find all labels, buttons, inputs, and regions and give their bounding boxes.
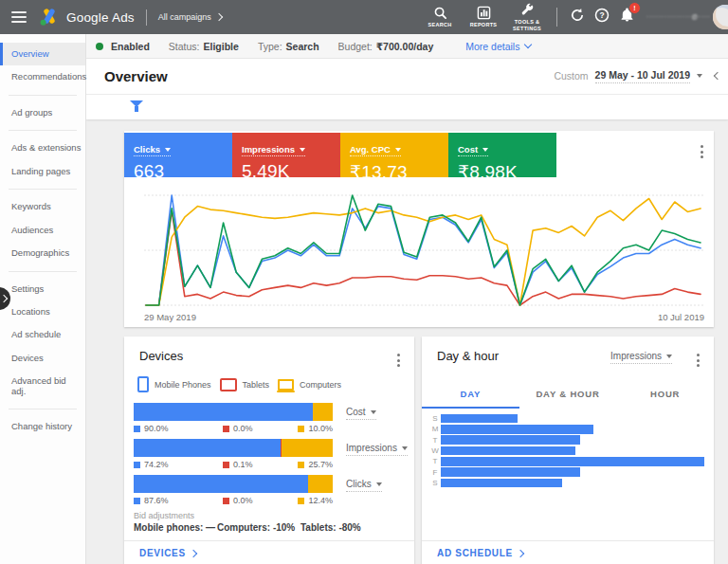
percent-label-computers: 25.7% <box>298 460 333 469</box>
sidebar-item-recommendations[interactable]: Recommendations <box>0 65 85 88</box>
legend-item-computers[interactable]: Computers <box>278 379 341 391</box>
scorecard-cost[interactable]: Cost₹8.98K <box>448 133 556 177</box>
scorecard-metric-name: Avg. CPC <box>350 144 391 155</box>
notifications-button[interactable]: ! <box>614 8 639 27</box>
scorecard-impressions[interactable]: Impressions5.49K <box>232 133 340 177</box>
day-label: T <box>429 457 441 465</box>
mobile-phone-icon <box>137 376 149 392</box>
account-avatar[interactable] <box>713 5 728 29</box>
refresh-button[interactable] <box>565 8 590 27</box>
sidebar-item-change-history[interactable]: Change history <box>0 415 85 438</box>
devices-stacked-bar[interactable] <box>134 439 333 457</box>
scorecard-label[interactable]: Cost <box>458 144 488 156</box>
day-hour-card-menu-icon[interactable] <box>694 351 702 370</box>
sidebar-item-ads-extensions[interactable]: Ads & extensions <box>0 136 85 159</box>
reports-button[interactable]: REPORTS <box>462 6 505 28</box>
search-button[interactable]: SEARCH <box>418 6 462 28</box>
day-hour-card: Day & hour Impressions DAYDAY & HOURHOUR… <box>422 337 714 564</box>
tab-day-hour[interactable]: DAY & HOUR <box>519 382 617 406</box>
dropdown-caret-icon <box>300 148 305 152</box>
series-line-impressions <box>146 210 701 305</box>
tools-settings-button[interactable]: TOOLS & SETTINGS <box>505 3 549 32</box>
day-bar[interactable] <box>441 446 575 456</box>
scorecard-avg-cpc[interactable]: Avg. CPC₹13.73 <box>340 133 448 177</box>
dropdown-caret-icon <box>402 446 408 450</box>
scorecard-value: ₹13.73 <box>350 161 448 183</box>
devices-metric-dropdown-impressions[interactable]: Impressions <box>346 443 408 456</box>
scorecard-metric-name: Impressions <box>242 144 295 155</box>
percent-label-computers: 10.0% <box>298 424 333 433</box>
bar-segment-mobile-phones <box>134 403 313 421</box>
tab-hour[interactable]: HOUR <box>616 382 714 406</box>
performance-card-menu-icon[interactable] <box>698 142 706 161</box>
devices-card-menu-icon[interactable] <box>394 351 403 370</box>
devices-metric-dropdown-clicks[interactable]: Clicks <box>346 479 382 492</box>
hamburger-menu-icon[interactable] <box>11 11 27 23</box>
legend-square-icon <box>298 498 304 504</box>
day-bar[interactable] <box>441 414 518 424</box>
ad-schedule-footer-link[interactable]: AD SCHEDULE <box>437 548 523 558</box>
timeseries-chart <box>142 186 706 311</box>
day-bar[interactable] <box>441 457 704 466</box>
help-button[interactable]: ? <box>590 8 614 27</box>
percent-label-mobile-phones: 90.0% <box>134 424 169 433</box>
dropdown-caret-icon[interactable] <box>697 74 702 78</box>
devices-stacked-bar[interactable] <box>134 403 333 421</box>
day-bar-row-3: W <box>429 446 704 456</box>
scorecard-label[interactable]: Impressions <box>242 144 305 156</box>
campaign-type: Type:Search <box>258 41 319 52</box>
campaign-status-bar: Enabled Status:Eligible Type:Search Budg… <box>86 34 728 59</box>
more-details-link[interactable]: More details <box>465 41 531 52</box>
sidebar-item-overview[interactable]: Overview <box>0 43 85 65</box>
day-bar[interactable] <box>441 467 580 477</box>
day-bar[interactable] <box>441 425 593 434</box>
sidebar-item-settings[interactable]: Settings <box>0 278 85 300</box>
day-label: S <box>429 414 441 423</box>
devices-metric-dropdown-cost[interactable]: Cost <box>346 407 376 420</box>
scorecard-label[interactable]: Avg. CPC <box>350 144 401 156</box>
sidebar-item-advanced-bid-adj[interactable]: Advanced bid adj. <box>0 370 85 403</box>
sidebar-item-ad-groups[interactable]: Ad groups <box>0 101 85 124</box>
day-bar-row-5: F <box>429 466 704 477</box>
google-ads-overview-screen: Google Ads All campaigns SEARCH REPORTS … <box>0 0 728 564</box>
sidebar-item-devices[interactable]: Devices <box>0 347 85 370</box>
dropdown-caret-icon <box>395 148 401 152</box>
help-icon: ? <box>594 8 610 23</box>
sidebar-item-ad-schedule[interactable]: Ad schedule <box>0 323 85 346</box>
scorecard-label[interactable]: Clicks <box>134 144 171 156</box>
day-label: S <box>429 479 441 487</box>
legend-item-tablets[interactable]: Tablets <box>220 378 270 391</box>
legend-square-icon <box>223 426 229 432</box>
refresh-icon <box>570 8 585 23</box>
bid-adj-tablets: Tablets: -80% <box>300 522 361 533</box>
sidebar-item-locations[interactable]: Locations <box>0 300 85 323</box>
card-divider <box>422 540 714 541</box>
scorecard-value: 5.49K <box>242 161 340 182</box>
devices-card: Devices Mobile PhonesTabletsComputers 90… <box>124 337 414 564</box>
sidebar-item-demographics[interactable]: Demographics <box>0 242 85 264</box>
day-bar[interactable] <box>441 435 580 445</box>
x-axis-start-label: 29 May 2019 <box>144 312 196 322</box>
devices-footer-link[interactable]: DEVICES <box>139 548 196 558</box>
devices-stacked-bar[interactable] <box>134 475 333 493</box>
legend-label: Tablets <box>243 380 270 390</box>
collapse-panel-icon[interactable] <box>714 72 721 80</box>
date-range-value[interactable]: 29 May - 10 Jul 2019 <box>595 69 690 83</box>
legend-item-mobile-phones[interactable]: Mobile Phones <box>137 376 211 392</box>
devices-bar-rows: 90.0%0.0%10.0%Cost74.2%0.1%25.7%Impressi… <box>134 403 405 511</box>
google-ads-logo-icon[interactable] <box>39 8 60 27</box>
percent-label-computers: 12.4% <box>298 496 333 505</box>
bar-segment-mobile-phones <box>134 475 308 493</box>
scorecard-clicks[interactable]: Clicks663 <box>124 133 232 177</box>
date-range-picker[interactable]: Custom 29 May - 10 Jul 2019 <box>554 69 720 83</box>
sidebar-item-landing-pages[interactable]: Landing pages <box>0 160 85 183</box>
day-bar-row-1: M <box>429 424 704 434</box>
day-bar[interactable] <box>441 479 562 488</box>
sidebar-item-audiences[interactable]: Audiences <box>0 219 85 242</box>
legend-square-icon <box>134 498 140 504</box>
tab-day[interactable]: DAY <box>422 382 519 406</box>
sidebar-item-keywords[interactable]: Keywords <box>0 195 85 218</box>
day-hour-metric-dropdown[interactable]: Impressions <box>610 351 672 364</box>
filter-funnel-icon[interactable] <box>130 100 143 113</box>
breadcrumb-all-campaigns[interactable]: All campaigns <box>158 12 222 22</box>
